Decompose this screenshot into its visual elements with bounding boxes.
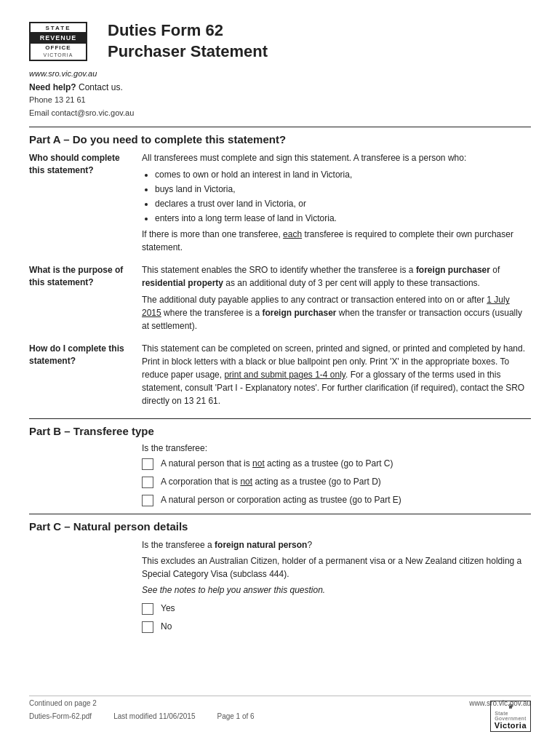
- vic-logo-box: ♛ StateGovernment Victoria: [490, 701, 531, 732]
- footer-page: Page 1 of 6: [217, 712, 254, 720]
- part-a-para-2-2: The additional duty payable applies to a…: [142, 293, 531, 332]
- vic-gov-label: StateGovernment: [495, 711, 527, 721]
- logo-victoria: VICTORIA: [31, 52, 86, 60]
- footer-bottom: Duties-Form-62.pdf Last modified 11/06/2…: [29, 696, 531, 732]
- bullet-2: buys land in Victoria,: [155, 183, 531, 196]
- checkbox-row-2: A corporation that is not acting as a tr…: [142, 476, 531, 488]
- part-a-bullets: comes to own or hold an interest in land…: [155, 168, 531, 225]
- part-a-row-2: What is the purpose of this statement? T…: [29, 263, 531, 336]
- part-a-para-1: All transferees must complete and sign t…: [142, 151, 531, 164]
- part-a-content-3: This statement can be completed on scree…: [142, 342, 531, 411]
- part-a-row-3: How do I complete this statement? This s…: [29, 342, 531, 411]
- logo-office: OFFICE: [31, 43, 86, 52]
- website-link[interactable]: www.sro.vic.gov.au: [29, 69, 531, 78]
- checkbox-no[interactable]: [142, 621, 153, 633]
- part-a-content-1: All transferees must complete and sign t…: [142, 151, 531, 258]
- checkbox-corporation[interactable]: [142, 477, 153, 488]
- contact-info: Phone 13 21 61 Email contact@sro.vic.gov…: [29, 94, 531, 119]
- vic-logo: ♛ StateGovernment Victoria: [490, 701, 531, 732]
- part-c-exclusion: This excludes an Australian Citizen, hol…: [142, 554, 531, 581]
- checkbox-natural-person[interactable]: [142, 458, 153, 470]
- page: STATE REVENUE OFFICE VICTORIA Duties For…: [0, 0, 560, 745]
- part-a-note-1: If there is more than one transferee, ea…: [142, 228, 531, 254]
- logo-revenue: REVENUE: [31, 33, 86, 44]
- checkbox-yes-row: Yes: [142, 602, 531, 615]
- bullet-3: declares a trust over land in Victoria, …: [155, 197, 531, 210]
- part-a-para-2-1: This statement enables the SRO to identi…: [142, 263, 531, 290]
- section-divider-b: [29, 418, 531, 419]
- checkbox-yes-label: Yes: [161, 602, 175, 615]
- part-c-question: Is the transferee a foreign natural pers…: [142, 538, 531, 551]
- checkbox-yes[interactable]: [142, 603, 153, 615]
- checkbox-trustee[interactable]: [142, 495, 153, 506]
- checkbox-row-1: A natural person that is not acting as a…: [142, 458, 531, 470]
- part-c-content: Is the transferee a foreign natural pers…: [142, 538, 531, 633]
- part-b-heading: Part B – Transferee type: [29, 425, 531, 437]
- part-b-content: Is the transferee: A natural person that…: [142, 443, 531, 506]
- part-a-label-1: Who should complete this statement?: [29, 151, 142, 258]
- checkbox-no-row: No: [142, 621, 531, 633]
- section-divider-a: [29, 127, 531, 127]
- checkbox-label-3: A natural person or corporation acting a…: [161, 494, 401, 506]
- logo-box: STATE REVENUE OFFICE VICTORIA: [29, 22, 87, 61]
- contact-text: Contact us.: [76, 82, 123, 92]
- title-block: Duties Form 62 Purchaser Statement: [108, 20, 531, 62]
- footer-last-modified: Last modified 11/06/2015: [113, 712, 195, 720]
- transferee-label: Is the transferee:: [142, 443, 531, 453]
- phone-label: Phone: [29, 95, 52, 104]
- part-c-see-notes: See the notes to help you answer this qu…: [142, 583, 531, 597]
- phone-number: 13 21 61: [55, 95, 86, 104]
- part-c-heading: Part C – Natural person details: [29, 520, 531, 533]
- bullet-1: comes to own or hold an interest in land…: [155, 168, 531, 181]
- crown-icon: ♛: [508, 703, 513, 710]
- checkbox-label-2: A corporation that is not acting as a tr…: [161, 476, 381, 488]
- part-a-para-3: This statement can be completed on scree…: [142, 342, 531, 407]
- logo-block: STATE REVENUE OFFICE VICTORIA: [29, 22, 87, 61]
- logo-state: STATE: [31, 23, 86, 33]
- footer-filename: Duties-Form-62.pdf: [29, 712, 92, 720]
- checkbox-no-label: No: [161, 621, 172, 633]
- vic-victoria-label: Victoria: [495, 721, 527, 730]
- section-divider-c: [29, 514, 531, 514]
- need-help-label: Need help?: [29, 82, 76, 92]
- part-a-label-2: What is the purpose of this statement?: [29, 263, 142, 336]
- checkbox-label-1: A natural person that is not acting as a…: [161, 458, 393, 470]
- bullet-4: enters into a long term lease of land in…: [155, 212, 531, 225]
- header: STATE REVENUE OFFICE VICTORIA Duties For…: [29, 20, 531, 62]
- part-a-label-3: How do I complete this statement?: [29, 342, 142, 411]
- part-a-content-2: This statement enables the SRO to identi…: [142, 263, 531, 336]
- checkbox-row-3: A natural person or corporation acting a…: [142, 494, 531, 506]
- email-address: contact@sro.vic.gov.au: [52, 108, 135, 117]
- form-title: Duties Form 62 Purchaser Statement: [108, 20, 531, 62]
- need-help: Need help? Contact us.: [29, 82, 531, 92]
- part-a-heading: Part A – Do you need to complete this st…: [29, 133, 531, 146]
- email-label: Email: [29, 108, 49, 117]
- part-a-row-1: Who should complete this statement? All …: [29, 151, 531, 258]
- footer-bottom-left: Duties-Form-62.pdf Last modified 11/06/2…: [29, 712, 255, 720]
